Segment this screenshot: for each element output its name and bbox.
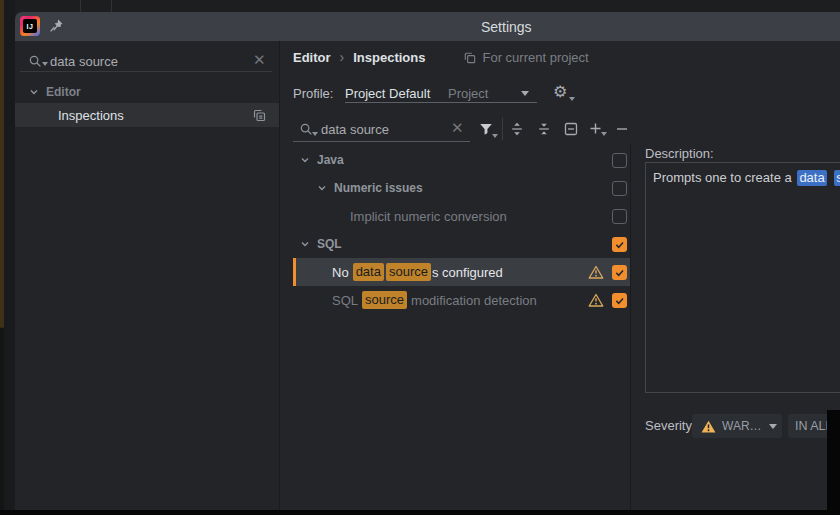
profile-dropdown-suffix: Project: [448, 86, 488, 101]
tree-row-sql[interactable]: SQL: [293, 230, 631, 258]
selection-accent-bar: [293, 258, 296, 286]
copy-settings-icon[interactable]: [251, 107, 267, 123]
breadcrumb-editor[interactable]: Editor: [293, 50, 331, 65]
chevron-down-icon[interactable]: [317, 183, 327, 193]
breadcrumb-inspections: Inspections: [353, 50, 425, 65]
sidebar-group-label: Editor: [46, 85, 81, 99]
profile-dropdown-value[interactable]: Project Default: [345, 86, 430, 101]
tree-item-label: Implicit numeric conversion: [350, 209, 507, 224]
sidebar-item-label: Inspections: [58, 108, 124, 123]
chevron-down-icon[interactable]: [300, 155, 310, 165]
search-options-caret-icon: [42, 62, 48, 66]
collapse-all-icon[interactable]: [536, 121, 552, 137]
tree-item-text: No: [332, 265, 349, 280]
breadcrumb-separator-icon: ›: [340, 51, 345, 64]
background-tab-divider: [80, 0, 81, 12]
tree-group-label: Numeric issues: [334, 181, 423, 195]
checkbox-numeric-issues[interactable]: [612, 181, 627, 196]
severity-label: Severity:: [645, 418, 696, 433]
warning-filled-icon: [701, 420, 716, 433]
checkbox-implicit-numeric-conversion[interactable]: [612, 209, 627, 224]
severity-dropdown-arrow-icon: [769, 424, 777, 429]
severity-dropdown[interactable]: WAR…: [692, 414, 782, 438]
gear-caret-icon: [569, 97, 575, 101]
gear-icon[interactable]: ⚙: [553, 83, 567, 101]
inspections-tree: Java Numeric issues Implicit numeric con…: [293, 146, 631, 314]
settings-sidebar: data source ✕ Editor Inspections: [15, 41, 280, 515]
inspections-toolbar: data source ✕: [293, 115, 631, 143]
dialog-titlebar: IJ Settings: [15, 12, 840, 41]
checkbox-no-data-sources-configured[interactable]: [612, 265, 627, 280]
description-match-highlight: data: [797, 170, 826, 186]
sidebar-group-editor[interactable]: Editor: [15, 82, 279, 102]
description-pane: Prompts one to create a data source: [645, 162, 840, 393]
for-current-project-icon: [462, 50, 477, 65]
warning-icon: [588, 265, 604, 279]
tree-item-text: modification detection: [411, 293, 537, 308]
chevron-down-icon[interactable]: [300, 239, 310, 249]
tree-row-java[interactable]: Java: [293, 146, 631, 174]
settings-dialog: IJ Settings data source ✕ Editor: [15, 12, 840, 515]
tree-item-text: s configured: [432, 265, 503, 280]
checkbox-sql[interactable]: [612, 237, 627, 252]
tree-group-label: Java: [317, 153, 344, 167]
expand-all-icon[interactable]: [509, 121, 525, 137]
screen-corner-black-area: [827, 410, 840, 515]
settings-search-input[interactable]: data source: [50, 54, 118, 69]
profile-dropdown-arrow-icon[interactable]: [521, 91, 529, 96]
checkmark-icon: [614, 267, 625, 278]
add-caret-icon: [601, 132, 607, 136]
inspections-panel: Editor › Inspections For current project…: [280, 41, 840, 515]
description-text: Prompts one to create a: [653, 170, 792, 185]
screen-bottom-black-strip: [0, 510, 840, 515]
clear-search-icon[interactable]: ✕: [451, 121, 464, 135]
chevron-down-icon: [29, 87, 39, 97]
checkmark-icon: [614, 239, 625, 250]
tree-row-no-data-sources-configured[interactable]: No data source s configured: [293, 258, 631, 286]
background-left-strip-lower: [0, 328, 4, 515]
inspections-search-input[interactable]: data source: [321, 122, 389, 137]
profile-dropdown-underline: [345, 102, 537, 103]
pin-icon[interactable]: [48, 18, 64, 34]
background-tab-divider: [111, 0, 112, 12]
search-match-highlight: data: [353, 263, 384, 281]
severity-value: WAR…: [722, 419, 762, 433]
toolbar-separator: [502, 118, 503, 140]
screen: IJ Settings data source ✕ Editor: [0, 0, 840, 515]
reset-to-empty-icon[interactable]: [563, 121, 579, 137]
warning-icon: [588, 293, 604, 307]
tree-group-label: SQL: [317, 237, 342, 251]
filter-caret-icon: [492, 134, 498, 138]
checkbox-sql-source-modification-detection[interactable]: [612, 293, 627, 308]
description-label: Description:: [645, 146, 714, 161]
background-left-strip: [4, 0, 15, 515]
profile-label: Profile:: [293, 86, 333, 101]
for-current-project-label: For current project: [482, 50, 588, 65]
window-title: Settings: [481, 19, 532, 35]
sidebar-divider: [20, 71, 272, 72]
tree-item-text: SQL: [332, 293, 358, 308]
tree-row-implicit-numeric-conversion[interactable]: Implicit numeric conversion: [293, 202, 631, 230]
search-underline: [293, 141, 470, 142]
checkbox-java[interactable]: [612, 153, 627, 168]
description-match-highlight: source: [834, 170, 840, 186]
search-match-highlight: source: [362, 291, 407, 309]
checkmark-icon: [614, 295, 625, 306]
tree-detail-splitter[interactable]: [630, 145, 631, 510]
sidebar-item-inspections[interactable]: Inspections: [15, 103, 279, 127]
search-icon: [28, 54, 43, 69]
intellij-logo-text: IJ: [23, 19, 37, 33]
breadcrumb: Editor › Inspections For current project: [293, 50, 589, 65]
intellij-logo-icon: IJ: [20, 16, 40, 36]
tree-row-sql-source-modification-detection[interactable]: SQL source modification detection: [293, 286, 631, 314]
remove-inspection-icon[interactable]: [614, 121, 630, 137]
clear-search-icon[interactable]: ✕: [253, 53, 266, 67]
search-options-caret-icon: [312, 132, 318, 136]
tree-row-numeric-issues[interactable]: Numeric issues: [293, 174, 631, 202]
search-match-highlight: source: [386, 263, 431, 281]
